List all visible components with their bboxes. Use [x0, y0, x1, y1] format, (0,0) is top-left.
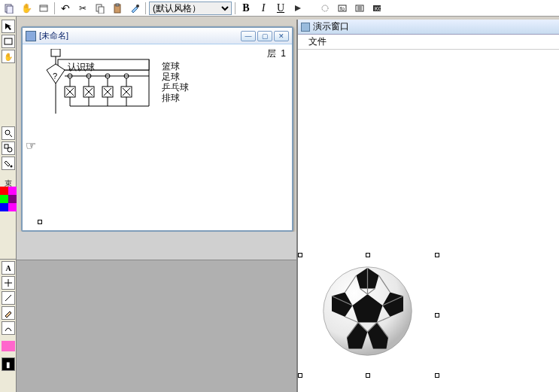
- svg-point-8: [136, 5, 139, 8]
- main-toolbar: ✋ ↶ ✂ (默认风格） B I U fo KO: [0, 0, 559, 17]
- sel-handle-bc[interactable]: [366, 373, 370, 378]
- tool-misc-3[interactable]: [352, 1, 367, 16]
- style-dropdown[interactable]: (默认风格）: [149, 2, 232, 15]
- svg-rect-24: [51, 49, 60, 56]
- demo-window-icon: [301, 23, 310, 32]
- insertion-pointer-icon: ☞: [26, 138, 36, 153]
- ball-item: 乒乓球: [162, 82, 189, 93]
- swatch-magenta[interactable]: [8, 187, 17, 195]
- toolbar-divider: [54, 2, 55, 14]
- toolbar-divider-3: [235, 2, 235, 14]
- hand-tool-icon[interactable]: ✋: [19, 1, 34, 16]
- swatch-blue[interactable]: [0, 203, 8, 211]
- swatch-red[interactable]: [0, 187, 8, 195]
- demo-menubar: 文件: [298, 35, 559, 50]
- panel-strip: [17, 232, 296, 260]
- svg-rect-18: [5, 38, 12, 44]
- decision-mark: ?: [53, 71, 57, 81]
- curve-tool-icon[interactable]: [2, 321, 15, 335]
- close-button[interactable]: ✕: [274, 31, 289, 41]
- sel-handle-bl[interactable]: [298, 373, 302, 378]
- svg-rect-21: [5, 144, 8, 148]
- window-buttons: — ▢ ✕: [241, 31, 289, 41]
- copy-icon[interactable]: [93, 1, 108, 16]
- black-tool-icon[interactable]: ▮: [2, 357, 15, 371]
- arrow-tool-icon[interactable]: [2, 20, 15, 33]
- line-tool-icon[interactable]: [2, 291, 15, 305]
- svg-line-52: [5, 295, 11, 301]
- editor-title: [未命名]: [39, 30, 238, 41]
- ball-item: 篮球: [162, 61, 189, 71]
- ball-item: 排球: [162, 93, 189, 103]
- tool-misc-4[interactable]: KO: [369, 1, 384, 16]
- tool-misc-2[interactable]: fo: [335, 1, 350, 16]
- zoom-tool-icon[interactable]: [2, 126, 15, 140]
- color-palette: [0, 187, 17, 211]
- canvas-handle[interactable]: [38, 220, 42, 224]
- bucket-tool-icon[interactable]: [2, 156, 15, 170]
- underline-button[interactable]: U: [273, 1, 288, 16]
- bold-label: B: [242, 2, 249, 14]
- ball-item: 足球: [162, 71, 189, 82]
- soccer-ball-image[interactable]: [321, 264, 415, 358]
- undo-glyph: ↶: [61, 2, 70, 14]
- tool-btn-1[interactable]: [2, 1, 17, 16]
- paste-icon[interactable]: [110, 1, 125, 16]
- toolbar-divider-2: [145, 2, 146, 14]
- sel-handle-mr[interactable]: [435, 313, 439, 318]
- text-tool-icon[interactable]: A: [2, 261, 15, 275]
- svg-line-20: [10, 135, 12, 137]
- sel-handle-tc[interactable]: [366, 253, 370, 257]
- sel-handle-ml[interactable]: [298, 253, 302, 257]
- svg-rect-7: [116, 4, 119, 6]
- editor-window-icon: [26, 31, 36, 41]
- svg-rect-2: [40, 5, 47, 11]
- svg-text:fo: fo: [340, 6, 345, 11]
- editor-window: [未命名] — ▢ ✕ 层 1 ?: [21, 26, 293, 232]
- undo-icon[interactable]: ↶: [58, 1, 73, 16]
- flow-root-label: 认识球: [68, 61, 95, 74]
- svg-point-23: [10, 166, 12, 168]
- svg-point-19: [5, 130, 10, 135]
- layer-text: 层: [267, 48, 276, 59]
- demo-titlebar[interactable]: 演示窗口: [298, 20, 559, 35]
- scissors-icon: ✂: [79, 3, 87, 14]
- maximize-button[interactable]: ▢: [257, 31, 272, 41]
- layer-indicator: 层 1: [267, 47, 286, 60]
- sel-handle-tr[interactable]: [435, 253, 439, 257]
- italic-label: I: [262, 2, 266, 14]
- swatch-green[interactable]: [0, 195, 8, 203]
- svg-rect-5: [99, 7, 104, 14]
- minimize-button[interactable]: —: [241, 31, 256, 41]
- ball-type-list: 篮球 足球 乒乓球 排球: [162, 61, 189, 103]
- sel-handle-br[interactable]: [435, 373, 439, 378]
- tool-misc-1[interactable]: [317, 1, 333, 16]
- svg-text:KO: KO: [375, 6, 382, 11]
- underline-label: U: [277, 2, 284, 14]
- brush-icon[interactable]: [127, 1, 142, 16]
- text-box-icon[interactable]: [2, 35, 15, 48]
- secondary-tools: A ▮: [0, 259, 17, 371]
- cut-icon[interactable]: ✂: [75, 1, 90, 16]
- shape-tool-icon[interactable]: [2, 141, 15, 155]
- layer-num: 1: [281, 48, 286, 59]
- svg-point-22: [8, 147, 12, 152]
- play-icon[interactable]: [290, 1, 305, 16]
- editor-canvas[interactable]: 层 1 ?: [23, 44, 292, 230]
- cross-tool-icon[interactable]: [2, 276, 15, 290]
- swatch-pink[interactable]: [8, 203, 17, 211]
- demo-menu-file[interactable]: 文件: [304, 34, 331, 50]
- tool-btn-3[interactable]: [36, 1, 51, 16]
- bold-button[interactable]: B: [238, 1, 254, 16]
- editor-titlebar[interactable]: [未命名] — ▢ ✕: [23, 28, 292, 44]
- pencil-tool-icon[interactable]: [2, 306, 15, 320]
- swatch-hotpink[interactable]: [2, 341, 15, 351]
- flowchart-diagram[interactable]: ?: [36, 49, 156, 117]
- italic-button[interactable]: I: [256, 1, 271, 16]
- demo-canvas[interactable]: [298, 50, 559, 392]
- hand-icon: ✋: [21, 3, 32, 14]
- swatch-purple[interactable]: [8, 195, 17, 203]
- secondary-palette: [2, 341, 15, 351]
- hand-drag-icon[interactable]: ✋: [2, 50, 15, 63]
- svg-rect-1: [7, 6, 13, 14]
